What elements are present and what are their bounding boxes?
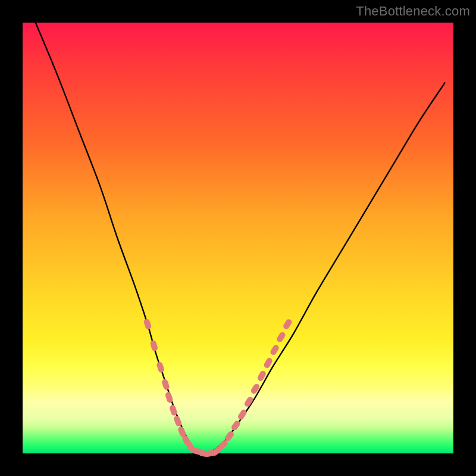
marker-capsule <box>275 331 286 343</box>
marker-capsule <box>143 318 152 330</box>
marker-group <box>143 318 293 458</box>
marker-capsule <box>250 383 261 395</box>
plot-area <box>23 23 453 453</box>
marker-capsule <box>156 361 165 373</box>
marker-capsule <box>270 344 280 356</box>
marker-capsule <box>282 318 293 331</box>
watermark-text: TheBottleneck.com <box>356 4 470 19</box>
marker-capsule <box>150 340 159 352</box>
curve-svg <box>23 23 453 453</box>
chart-frame: TheBottleneck.com <box>0 0 476 476</box>
bottleneck-curve <box>36 23 445 453</box>
marker-capsule <box>161 378 170 390</box>
